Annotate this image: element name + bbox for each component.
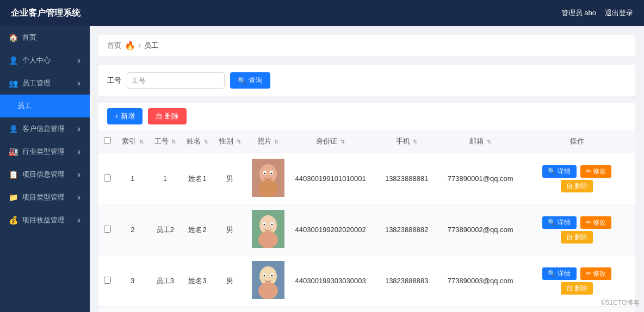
table-row: 2 员工2 姓名2 男 440300199202020002 138238888… [98,204,635,255]
row-email: 773890002@qq.com [442,204,519,255]
row-checkbox [98,204,116,255]
col-index: 索引 ⇅ [116,130,149,153]
detail-button[interactable]: 🔍 详情 [542,267,576,280]
sort-icon-idcard[interactable]: ⇅ [340,139,345,145]
col-photo: 照片 ⇅ [246,130,290,153]
breadcrumb-current: 员工 [144,41,158,51]
breadcrumb-home[interactable]: 首页 [107,41,121,51]
batch-delete-button[interactable]: 自 删除 [148,108,187,124]
row-name: 姓名2 [181,204,214,255]
svg-point-20 [258,282,278,299]
sidebar-item-employee-mgmt[interactable]: 👥 员工管理 ∨ [0,72,90,95]
table-body: 1 1 姓名1 男 440300199101010001 13823888881… [98,153,635,313]
logout-button[interactable]: 退出登录 [605,8,633,18]
chevron-down-icon: ∨ [77,57,81,64]
row-gender: 男 [214,255,246,307]
sidebar-item-employee-mgmt-label: 员工管理 [22,78,51,88]
home-icon: 🏠 [9,33,18,42]
sort-icon-name[interactable]: ⇅ [204,139,208,145]
chevron-down-icon-5: ∨ [77,171,81,178]
row-job-id: 1 [149,153,182,204]
edit-button[interactable]: ✏ 修改 [580,267,611,280]
sort-icon-gender[interactable]: ⇅ [237,139,241,145]
sidebar-item-employee[interactable]: 员工 [0,95,90,117]
row-select-checkbox[interactable] [104,277,111,284]
header-right: 管理员 abo 退出登录 [561,8,633,18]
svg-point-11 [263,224,265,226]
col-email: 邮箱 ⇅ [442,130,519,153]
employee-mgmt-icon: 👥 [9,79,18,88]
svg-point-18 [263,275,265,277]
row-operations: 🔍 详情 ✏ 修改 自 删除 [519,255,635,307]
row-photo [246,153,290,204]
personal-icon: 👤 [9,56,18,65]
col-operation: 操作 [519,130,635,153]
breadcrumb-sep: / [139,41,141,49]
sidebar-item-customer[interactable]: 👤 客户信息管理 ∨ [0,117,90,140]
row-job-id: 员工3 [149,255,182,307]
search-button-label: 查询 [249,76,263,85]
row-email: 773890001@qq.com [442,153,519,204]
row-photo [246,255,290,307]
sort-icon-index[interactable]: ⇅ [139,139,144,145]
add-button[interactable]: + 新增 [107,108,143,124]
row-id-card: 440300199303030003 [290,255,371,307]
svg-point-12 [271,224,273,226]
detail-button[interactable]: 🔍 详情 [542,165,576,178]
sidebar-item-project-info[interactable]: 📋 项目信息管理 ∨ [0,163,90,186]
sidebar-item-project-revenue-label: 项目收益管理 [22,215,65,225]
chevron-down-icon-2: ∨ [77,80,81,87]
row-name: 姓名3 [181,255,214,307]
edit-button[interactable]: ✏ 修改 [580,216,611,229]
delete-button[interactable]: 自 删除 [561,180,593,192]
app-title: 企业客户管理系统 [11,8,81,19]
sidebar: 🏠 首页 👤 个人中心 ∨ 👥 员工管理 ∨ 员工 👤 客户信息管理 ∨ 🏭 行… [0,26,90,312]
select-all-checkbox[interactable] [104,137,111,144]
row-operations: 🔍 详情 ✏ 修改 自 删除 [519,204,635,255]
sidebar-item-industry[interactable]: 🏭 行业类型管理 ∨ [0,140,90,163]
row-checkbox [98,153,116,204]
chevron-down-icon-3: ∨ [77,126,81,133]
row-operations: 🔍 详情 ✏ 修改 自 删除 [519,307,635,313]
breadcrumb: 首页 🔥 / 员工 [98,35,635,56]
row-phone: 13823888883 [371,255,442,307]
delete-button[interactable]: 自 删除 [561,231,593,244]
chevron-down-icon-6: ∨ [77,194,81,201]
col-job-id: 工号 ⇅ [149,130,182,153]
edit-button[interactable]: ✏ 修改 [580,165,611,178]
row-index: 2 [116,204,149,255]
row-index: 1 [116,153,149,204]
row-name: 姓名1 [181,153,214,204]
row-select-checkbox[interactable] [104,174,111,182]
project-info-icon: 📋 [9,170,18,179]
sidebar-item-personal-label: 个人中心 [22,55,51,65]
main-layout: 🏠 首页 👤 个人中心 ∨ 👥 员工管理 ∨ 员工 👤 客户信息管理 ∨ 🏭 行… [0,26,644,312]
sidebar-item-home-label: 首页 [22,33,36,42]
table-row: 3 员工3 姓名3 男 440300199303030003 138238888… [98,255,635,307]
search-bar: 工号 🔍 查询 [98,65,635,96]
row-checkbox [98,255,116,307]
search-button[interactable]: 🔍 查询 [230,72,270,89]
chevron-down-icon-4: ∨ [77,148,81,155]
svg-point-13 [258,231,278,248]
row-id-card: 440300199101010001 [290,153,371,204]
sidebar-item-project-revenue[interactable]: 💰 项目收益管理 ∨ [0,209,90,232]
employee-table: 索引 ⇅ 工号 ⇅ 姓名 ⇅ 性别 ⇅ 照片 ⇅ 身份证 ⇅ 手机 ⇅ 邮箱 ⇅… [98,130,635,312]
svg-point-5 [270,173,272,174]
sort-icon-phone[interactable]: ⇅ [413,139,417,145]
sidebar-item-customer-label: 客户信息管理 [22,124,65,134]
sort-icon-email[interactable]: ⇅ [487,139,491,145]
col-name: 姓名 ⇅ [181,130,214,153]
delete-button[interactable]: 自 删除 [561,282,593,295]
sidebar-item-home[interactable]: 🏠 首页 [0,26,90,49]
detail-button[interactable]: 🔍 详情 [542,216,576,229]
sidebar-item-project-type[interactable]: 📁 项目类型管理 ∨ [0,186,90,209]
col-gender: 性别 ⇅ [214,130,246,153]
main-content: 首页 🔥 / 员工 工号 🔍 查询 + 新增 自 删除 [90,26,644,312]
sort-icon-photo[interactable]: ⇅ [274,139,278,145]
row-select-checkbox[interactable] [104,226,111,233]
search-input[interactable] [127,72,225,89]
sidebar-item-personal[interactable]: 👤 个人中心 ∨ [0,49,90,72]
sort-icon-jobid[interactable]: ⇅ [171,139,176,145]
customer-icon: 👤 [9,124,18,133]
